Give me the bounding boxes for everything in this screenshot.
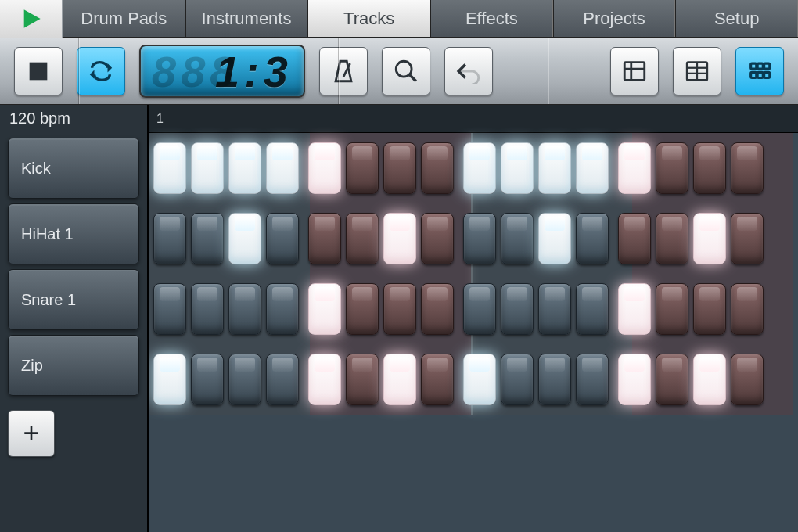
channel-kick[interactable]: Kick [8, 138, 139, 199]
tab-setup[interactable]: Setup [675, 0, 798, 37]
step-cell[interactable] [538, 354, 571, 405]
zoom-button[interactable] [382, 47, 430, 95]
pianoroll-view-button[interactable] [673, 47, 721, 95]
timeline-ruler[interactable]: 1 [149, 105, 798, 133]
step-cell[interactable] [731, 142, 764, 194]
loop-button[interactable] [77, 47, 125, 95]
tab-projects[interactable]: Projects [553, 0, 676, 37]
step-cell[interactable] [463, 354, 496, 405]
step-cell[interactable] [501, 142, 534, 194]
step-cell[interactable] [308, 213, 341, 264]
channel-label: HiHat 1 [21, 225, 74, 243]
step-cell[interactable] [228, 354, 261, 405]
step-cell[interactable] [421, 283, 454, 335]
step-cell[interactable] [731, 354, 764, 405]
step-cell[interactable] [228, 213, 261, 264]
channel-label: Snare 1 [21, 291, 76, 309]
step-cell[interactable] [576, 213, 609, 264]
step-cell[interactable] [228, 283, 261, 335]
channel-hihat-1[interactable]: HiHat 1 [8, 203, 139, 264]
bpm-display[interactable]: 120 bpm [0, 105, 147, 133]
step-cell[interactable] [538, 213, 571, 264]
step-cell[interactable] [153, 283, 186, 335]
step-cell[interactable] [693, 142, 726, 194]
step-cell[interactable] [266, 354, 299, 405]
tab-label: Instruments [202, 9, 292, 29]
step-cell[interactable] [346, 213, 379, 264]
channel-snare-1[interactable]: Snare 1 [8, 269, 139, 330]
step-cell[interactable] [266, 213, 299, 264]
step-cell[interactable] [421, 354, 454, 405]
step-cell[interactable] [618, 213, 651, 264]
step-cell[interactable] [576, 283, 609, 335]
step-cell[interactable] [501, 213, 534, 264]
step-cell[interactable] [191, 283, 224, 335]
step-cell[interactable] [576, 354, 609, 405]
step-cell[interactable] [693, 354, 726, 405]
step-cell[interactable] [656, 142, 688, 194]
step-cell[interactable] [538, 142, 571, 194]
step-cell[interactable] [153, 354, 186, 405]
step-cell[interactable] [346, 142, 379, 194]
step-cell[interactable] [191, 142, 224, 194]
step-cell[interactable] [731, 283, 764, 335]
step-cell[interactable] [538, 283, 571, 335]
step-cell[interactable] [618, 354, 651, 405]
add-channel-button[interactable]: + [8, 410, 55, 457]
step-row [149, 274, 798, 344]
undo-icon [455, 58, 482, 84]
step-cell[interactable] [346, 354, 379, 405]
step-cell[interactable] [656, 354, 688, 405]
step-cell[interactable] [153, 213, 186, 264]
loop-icon [88, 58, 114, 84]
step-cell[interactable] [618, 142, 651, 194]
channel-zip[interactable]: Zip [8, 335, 139, 396]
step-cell[interactable] [383, 283, 416, 335]
playlist-view-button[interactable] [610, 47, 659, 95]
step-cell[interactable] [383, 213, 416, 264]
stepseq-view-button[interactable] [735, 47, 784, 95]
step-cell[interactable] [463, 213, 496, 264]
step-cell[interactable] [266, 142, 299, 194]
step-cell[interactable] [731, 213, 764, 264]
svg-line-6 [409, 74, 416, 81]
step-row [149, 133, 798, 203]
step-cell[interactable] [346, 283, 379, 335]
step-cell[interactable] [191, 213, 224, 264]
step-cell[interactable] [191, 354, 224, 405]
step-row [149, 203, 798, 274]
step-cell[interactable] [576, 142, 609, 194]
position-lcd[interactable]: 888 1:3 [139, 45, 305, 98]
step-cell[interactable] [618, 283, 651, 335]
svg-rect-16 [764, 63, 770, 69]
tab-drum-pads[interactable]: Drum Pads [63, 0, 185, 37]
transport-toolbar: 888 1:3 [0, 38, 798, 105]
metronome-button[interactable] [319, 47, 368, 95]
step-cell[interactable] [153, 142, 186, 194]
tab-instruments[interactable]: Instruments [185, 0, 308, 37]
step-cell[interactable] [383, 354, 416, 405]
stop-button[interactable] [14, 47, 63, 95]
step-cell[interactable] [228, 142, 261, 194]
step-cell[interactable] [693, 283, 726, 335]
tab-tracks[interactable]: Tracks [307, 0, 430, 37]
step-cell[interactable] [501, 283, 534, 335]
play-button[interactable] [0, 0, 63, 38]
step-cell[interactable] [308, 283, 341, 335]
tab-effects[interactable]: Effects [430, 0, 553, 37]
step-cell[interactable] [463, 283, 496, 335]
step-cell[interactable] [421, 142, 454, 194]
step-cell[interactable] [656, 283, 688, 335]
step-cell[interactable] [656, 213, 688, 264]
undo-button[interactable] [444, 47, 493, 95]
step-cell[interactable] [308, 354, 341, 405]
step-cell[interactable] [266, 283, 299, 335]
step-cell[interactable] [463, 142, 496, 194]
step-cell[interactable] [693, 213, 726, 264]
step-cell[interactable] [308, 142, 341, 194]
stepseq-view-icon [746, 58, 773, 84]
step-cell[interactable] [383, 142, 416, 194]
bar-number: 1 [156, 112, 164, 126]
step-cell[interactable] [501, 354, 534, 405]
step-cell[interactable] [421, 213, 454, 264]
